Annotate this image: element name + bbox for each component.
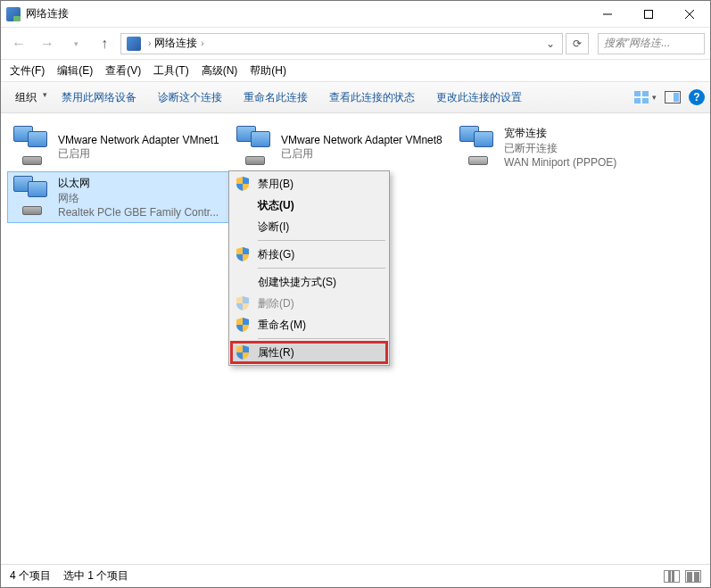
svg-rect-4 bbox=[634, 91, 641, 96]
tool-disable[interactable]: 禁用此网络设备 bbox=[51, 87, 147, 109]
adapter-status: 已断开连接 bbox=[504, 141, 616, 156]
adapter-name: 宽带连接 bbox=[504, 126, 616, 141]
details-view-button[interactable] bbox=[664, 570, 680, 583]
adapter-name: 以太网 bbox=[58, 176, 219, 191]
menubar: 文件(F) 编辑(E) 查看(V) 工具(T) 高级(N) 帮助(H) bbox=[1, 60, 710, 81]
svg-rect-9 bbox=[674, 93, 679, 102]
ctx-properties[interactable]: 属性(R) bbox=[231, 342, 387, 363]
shield-icon bbox=[236, 345, 249, 360]
tool-diagnose[interactable]: 诊断这个连接 bbox=[147, 87, 233, 109]
menu-tools[interactable]: 工具(T) bbox=[148, 62, 194, 80]
menu-edit[interactable]: 编辑(E) bbox=[52, 62, 98, 80]
svg-rect-7 bbox=[642, 98, 649, 104]
tool-rename[interactable]: 重命名此连接 bbox=[233, 87, 318, 109]
tool-settings[interactable]: 更改此连接的设置 bbox=[426, 87, 533, 109]
forward-button[interactable]: → bbox=[35, 31, 60, 56]
app-icon bbox=[6, 7, 21, 21]
ctx-label: 创建快捷方式(S) bbox=[258, 275, 336, 290]
titlebar: 网络连接 bbox=[1, 1, 710, 28]
address-dropdown[interactable]: ⌄ bbox=[541, 37, 560, 50]
up-button[interactable]: ↑ bbox=[92, 31, 117, 56]
adapter-vmnet1[interactable]: VMware Network Adapter VMnet1 已启用 bbox=[8, 122, 231, 172]
ctx-diagnose[interactable]: 诊断(I) bbox=[231, 216, 387, 237]
adapter-status: 已启用 bbox=[58, 146, 219, 161]
ctx-status[interactable]: 状态(U) bbox=[231, 195, 387, 216]
ctx-shortcut[interactable]: 创建快捷方式(S) bbox=[231, 271, 387, 293]
adapter-ethernet[interactable]: 以太网 网络 Realtek PCIe GBE Family Contr... bbox=[8, 172, 231, 222]
ctx-separator bbox=[258, 240, 385, 241]
navbar: ← → ▾ ↑ › 网络连接 › ⌄ ⟳ 搜索"网络连... bbox=[1, 28, 710, 60]
chevron-down-icon: ▾ bbox=[652, 93, 657, 102]
help-button[interactable]: ? bbox=[689, 89, 705, 105]
ctx-label: 诊断(I) bbox=[258, 219, 289, 235]
view-mode-dropdown[interactable]: ▾ bbox=[632, 88, 657, 106]
breadcrumb-sep: › bbox=[201, 38, 203, 48]
large-icons-view-button[interactable] bbox=[685, 570, 701, 583]
menu-help[interactable]: 帮助(H) bbox=[244, 62, 292, 80]
ctx-rename[interactable]: 重命名(M) bbox=[231, 314, 387, 335]
ctx-disable[interactable]: 禁用(B) bbox=[231, 173, 387, 195]
minimize-button[interactable] bbox=[587, 1, 628, 27]
search-placeholder: 搜索"网络连... bbox=[604, 36, 670, 51]
ctx-bridge[interactable]: 桥接(G) bbox=[231, 244, 387, 265]
ctx-label: 禁用(B) bbox=[258, 177, 293, 192]
svg-rect-6 bbox=[634, 98, 641, 104]
search-input[interactable]: 搜索"网络连... bbox=[598, 33, 705, 54]
svg-rect-1 bbox=[645, 10, 653, 18]
location-icon bbox=[127, 37, 141, 51]
adapter-status: 已启用 bbox=[281, 146, 442, 161]
address-bar[interactable]: › 网络连接 › ⌄ bbox=[120, 33, 563, 54]
menu-view[interactable]: 查看(V) bbox=[100, 62, 146, 80]
network-adapter-icon bbox=[236, 126, 276, 165]
ctx-label: 删除(D) bbox=[258, 296, 294, 311]
ctx-delete: 删除(D) bbox=[231, 293, 387, 314]
network-adapter-icon bbox=[13, 176, 53, 215]
organize-dropdown[interactable]: 组织 bbox=[6, 87, 51, 109]
svg-rect-5 bbox=[642, 91, 649, 96]
back-button[interactable]: ← bbox=[6, 31, 31, 56]
shield-icon bbox=[236, 318, 249, 332]
ctx-label: 状态(U) bbox=[258, 198, 294, 213]
statusbar: 4 个项目 选中 1 个项目 bbox=[1, 564, 710, 587]
window-title: 网络连接 bbox=[26, 6, 587, 21]
ctx-label: 桥接(G) bbox=[258, 247, 294, 262]
broadband-icon bbox=[459, 126, 499, 165]
context-menu: 禁用(B) 状态(U) 诊断(I) 桥接(G) 创建快捷方式(S) 删除(D) … bbox=[228, 170, 390, 366]
toolbar: 组织 禁用此网络设备 诊断这个连接 重命名此连接 查看此连接的状态 更改此连接的… bbox=[1, 81, 710, 113]
close-button[interactable] bbox=[669, 1, 710, 27]
adapter-device: Realtek PCIe GBE Family Contr... bbox=[58, 206, 219, 219]
refresh-button[interactable]: ⟳ bbox=[566, 33, 589, 54]
shield-icon bbox=[236, 296, 249, 311]
network-adapter-icon bbox=[13, 126, 53, 165]
maximize-button[interactable] bbox=[628, 1, 669, 27]
adapter-name: VMware Network Adapter VMnet1 bbox=[58, 134, 219, 146]
preview-pane-button[interactable] bbox=[664, 88, 682, 106]
ctx-separator bbox=[258, 338, 385, 339]
window-controls bbox=[587, 1, 710, 27]
ctx-separator bbox=[258, 268, 385, 269]
adapter-device: WAN Miniport (PPPOE) bbox=[504, 156, 616, 169]
shield-icon bbox=[236, 177, 249, 191]
ctx-label: 重命名(M) bbox=[258, 318, 306, 333]
adapter-vmnet8[interactable]: VMware Network Adapter VMnet8 已启用 bbox=[231, 122, 454, 172]
adapter-name: VMware Network Adapter VMnet8 bbox=[281, 134, 442, 146]
breadcrumb-location[interactable]: 网络连接 bbox=[154, 36, 197, 51]
breadcrumb-sep: › bbox=[148, 38, 151, 48]
menu-advanced[interactable]: 高级(N) bbox=[196, 62, 244, 80]
view-icon bbox=[632, 88, 650, 106]
status-selected: 选中 1 个项目 bbox=[63, 568, 128, 584]
ctx-label: 属性(R) bbox=[258, 345, 294, 360]
status-count: 4 个项目 bbox=[10, 568, 51, 584]
adapter-broadband[interactable]: 宽带连接 已断开连接 WAN Miniport (PPPOE) bbox=[454, 122, 677, 172]
shield-icon bbox=[236, 247, 249, 261]
adapter-status: 网络 bbox=[58, 191, 219, 206]
menu-file[interactable]: 文件(F) bbox=[4, 62, 50, 80]
tool-status[interactable]: 查看此连接的状态 bbox=[318, 87, 426, 109]
recent-dropdown[interactable]: ▾ bbox=[63, 31, 88, 56]
